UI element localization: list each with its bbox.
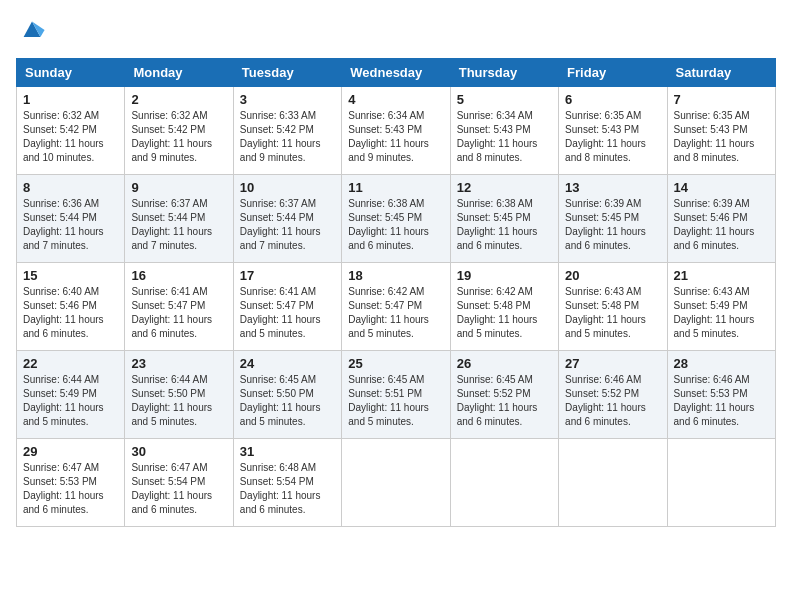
day-info: Sunrise: 6:35 AMSunset: 5:43 PMDaylight:… xyxy=(674,109,769,165)
day-info: Sunrise: 6:46 AMSunset: 5:53 PMDaylight:… xyxy=(674,373,769,429)
day-number: 7 xyxy=(674,92,769,107)
day-number: 17 xyxy=(240,268,335,283)
day-info: Sunrise: 6:37 AMSunset: 5:44 PMDaylight:… xyxy=(131,197,226,253)
table-row: 22Sunrise: 6:44 AMSunset: 5:49 PMDayligh… xyxy=(17,351,125,439)
day-number: 23 xyxy=(131,356,226,371)
day-info: Sunrise: 6:42 AMSunset: 5:47 PMDaylight:… xyxy=(348,285,443,341)
day-info: Sunrise: 6:47 AMSunset: 5:53 PMDaylight:… xyxy=(23,461,118,517)
table-row: 16Sunrise: 6:41 AMSunset: 5:47 PMDayligh… xyxy=(125,263,233,351)
day-info: Sunrise: 6:35 AMSunset: 5:43 PMDaylight:… xyxy=(565,109,660,165)
day-number: 22 xyxy=(23,356,118,371)
day-info: Sunrise: 6:45 AMSunset: 5:50 PMDaylight:… xyxy=(240,373,335,429)
table-row: 19Sunrise: 6:42 AMSunset: 5:48 PMDayligh… xyxy=(450,263,558,351)
day-number: 3 xyxy=(240,92,335,107)
table-row: 28Sunrise: 6:46 AMSunset: 5:53 PMDayligh… xyxy=(667,351,775,439)
day-info: Sunrise: 6:39 AMSunset: 5:45 PMDaylight:… xyxy=(565,197,660,253)
day-number: 2 xyxy=(131,92,226,107)
day-info: Sunrise: 6:44 AMSunset: 5:49 PMDaylight:… xyxy=(23,373,118,429)
day-number: 14 xyxy=(674,180,769,195)
table-row xyxy=(342,439,450,527)
table-row: 15Sunrise: 6:40 AMSunset: 5:46 PMDayligh… xyxy=(17,263,125,351)
table-row: 29Sunrise: 6:47 AMSunset: 5:53 PMDayligh… xyxy=(17,439,125,527)
day-number: 28 xyxy=(674,356,769,371)
day-number: 30 xyxy=(131,444,226,459)
day-number: 16 xyxy=(131,268,226,283)
day-number: 12 xyxy=(457,180,552,195)
table-row: 10Sunrise: 6:37 AMSunset: 5:44 PMDayligh… xyxy=(233,175,341,263)
day-number: 9 xyxy=(131,180,226,195)
day-info: Sunrise: 6:44 AMSunset: 5:50 PMDaylight:… xyxy=(131,373,226,429)
table-row: 30Sunrise: 6:47 AMSunset: 5:54 PMDayligh… xyxy=(125,439,233,527)
col-header-thursday: Thursday xyxy=(450,59,558,87)
day-info: Sunrise: 6:37 AMSunset: 5:44 PMDaylight:… xyxy=(240,197,335,253)
table-row: 2Sunrise: 6:32 AMSunset: 5:42 PMDaylight… xyxy=(125,87,233,175)
day-number: 10 xyxy=(240,180,335,195)
day-info: Sunrise: 6:45 AMSunset: 5:52 PMDaylight:… xyxy=(457,373,552,429)
col-header-wednesday: Wednesday xyxy=(342,59,450,87)
day-info: Sunrise: 6:38 AMSunset: 5:45 PMDaylight:… xyxy=(457,197,552,253)
table-row: 13Sunrise: 6:39 AMSunset: 5:45 PMDayligh… xyxy=(559,175,667,263)
day-info: Sunrise: 6:43 AMSunset: 5:48 PMDaylight:… xyxy=(565,285,660,341)
day-number: 24 xyxy=(240,356,335,371)
day-number: 5 xyxy=(457,92,552,107)
table-row xyxy=(450,439,558,527)
logo-icon xyxy=(18,16,46,44)
day-info: Sunrise: 6:38 AMSunset: 5:45 PMDaylight:… xyxy=(348,197,443,253)
page-header xyxy=(16,16,776,48)
day-info: Sunrise: 6:43 AMSunset: 5:49 PMDaylight:… xyxy=(674,285,769,341)
col-header-saturday: Saturday xyxy=(667,59,775,87)
calendar-table: SundayMondayTuesdayWednesdayThursdayFrid… xyxy=(16,58,776,527)
day-info: Sunrise: 6:45 AMSunset: 5:51 PMDaylight:… xyxy=(348,373,443,429)
table-row: 4Sunrise: 6:34 AMSunset: 5:43 PMDaylight… xyxy=(342,87,450,175)
table-row xyxy=(667,439,775,527)
logo xyxy=(16,16,50,48)
table-row: 9Sunrise: 6:37 AMSunset: 5:44 PMDaylight… xyxy=(125,175,233,263)
table-row: 31Sunrise: 6:48 AMSunset: 5:54 PMDayligh… xyxy=(233,439,341,527)
table-row: 27Sunrise: 6:46 AMSunset: 5:52 PMDayligh… xyxy=(559,351,667,439)
day-number: 21 xyxy=(674,268,769,283)
col-header-sunday: Sunday xyxy=(17,59,125,87)
table-row xyxy=(559,439,667,527)
table-row: 12Sunrise: 6:38 AMSunset: 5:45 PMDayligh… xyxy=(450,175,558,263)
day-number: 13 xyxy=(565,180,660,195)
col-header-tuesday: Tuesday xyxy=(233,59,341,87)
day-number: 26 xyxy=(457,356,552,371)
table-row: 20Sunrise: 6:43 AMSunset: 5:48 PMDayligh… xyxy=(559,263,667,351)
day-number: 27 xyxy=(565,356,660,371)
table-row: 25Sunrise: 6:45 AMSunset: 5:51 PMDayligh… xyxy=(342,351,450,439)
table-row: 11Sunrise: 6:38 AMSunset: 5:45 PMDayligh… xyxy=(342,175,450,263)
table-row: 5Sunrise: 6:34 AMSunset: 5:43 PMDaylight… xyxy=(450,87,558,175)
day-number: 4 xyxy=(348,92,443,107)
col-header-monday: Monday xyxy=(125,59,233,87)
day-info: Sunrise: 6:41 AMSunset: 5:47 PMDaylight:… xyxy=(240,285,335,341)
day-number: 18 xyxy=(348,268,443,283)
col-header-friday: Friday xyxy=(559,59,667,87)
day-number: 8 xyxy=(23,180,118,195)
day-number: 29 xyxy=(23,444,118,459)
table-row: 18Sunrise: 6:42 AMSunset: 5:47 PMDayligh… xyxy=(342,263,450,351)
day-number: 11 xyxy=(348,180,443,195)
table-row: 17Sunrise: 6:41 AMSunset: 5:47 PMDayligh… xyxy=(233,263,341,351)
table-row: 8Sunrise: 6:36 AMSunset: 5:44 PMDaylight… xyxy=(17,175,125,263)
day-info: Sunrise: 6:42 AMSunset: 5:48 PMDaylight:… xyxy=(457,285,552,341)
table-row: 6Sunrise: 6:35 AMSunset: 5:43 PMDaylight… xyxy=(559,87,667,175)
day-number: 1 xyxy=(23,92,118,107)
day-info: Sunrise: 6:48 AMSunset: 5:54 PMDaylight:… xyxy=(240,461,335,517)
day-info: Sunrise: 6:33 AMSunset: 5:42 PMDaylight:… xyxy=(240,109,335,165)
table-row: 21Sunrise: 6:43 AMSunset: 5:49 PMDayligh… xyxy=(667,263,775,351)
day-info: Sunrise: 6:34 AMSunset: 5:43 PMDaylight:… xyxy=(348,109,443,165)
day-number: 20 xyxy=(565,268,660,283)
day-info: Sunrise: 6:39 AMSunset: 5:46 PMDaylight:… xyxy=(674,197,769,253)
table-row: 14Sunrise: 6:39 AMSunset: 5:46 PMDayligh… xyxy=(667,175,775,263)
table-row: 26Sunrise: 6:45 AMSunset: 5:52 PMDayligh… xyxy=(450,351,558,439)
day-number: 31 xyxy=(240,444,335,459)
day-number: 15 xyxy=(23,268,118,283)
table-row: 24Sunrise: 6:45 AMSunset: 5:50 PMDayligh… xyxy=(233,351,341,439)
day-number: 19 xyxy=(457,268,552,283)
day-number: 6 xyxy=(565,92,660,107)
table-row: 3Sunrise: 6:33 AMSunset: 5:42 PMDaylight… xyxy=(233,87,341,175)
day-info: Sunrise: 6:47 AMSunset: 5:54 PMDaylight:… xyxy=(131,461,226,517)
day-info: Sunrise: 6:46 AMSunset: 5:52 PMDaylight:… xyxy=(565,373,660,429)
table-row: 23Sunrise: 6:44 AMSunset: 5:50 PMDayligh… xyxy=(125,351,233,439)
day-info: Sunrise: 6:36 AMSunset: 5:44 PMDaylight:… xyxy=(23,197,118,253)
